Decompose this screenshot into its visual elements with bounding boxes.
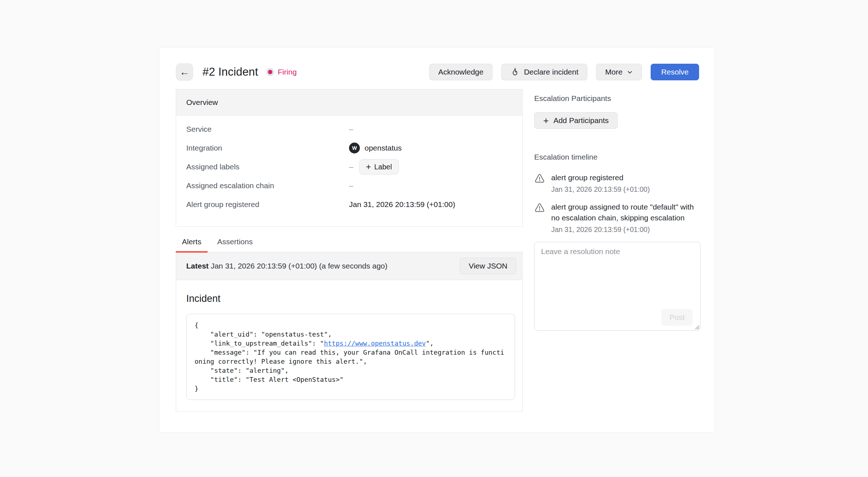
row-integration: Integration W openstatus — [176, 139, 522, 157]
integration-value[interactable]: W openstatus — [349, 143, 402, 153]
incident-section: Incident { "alert_uid": "openstatus-test… — [176, 280, 522, 411]
back-arrow-icon: ← — [180, 67, 190, 78]
overview-rows: Service – Integration W openstatus Assig… — [176, 115, 522, 226]
status-badge: Firing — [266, 68, 297, 76]
tab-assertions[interactable]: Assertions — [211, 237, 259, 252]
content: Overview Service – Integration W opensta… — [176, 89, 699, 412]
timeline-events: alert group registered Jan 31, 2026 20:1… — [534, 172, 701, 234]
alerts-card: Latest Jan 31, 2026 20:13:59 (+01:00) (a… — [176, 252, 523, 412]
row-assigned-labels: Assigned labels – + Label — [176, 157, 522, 176]
warning-triangle-icon — [534, 202, 545, 213]
latest-bar: Latest Jan 31, 2026 20:13:59 (+01:00) (a… — [176, 252, 522, 280]
plus-icon: + — [543, 116, 549, 125]
more-button[interactable]: More — [596, 64, 642, 80]
chevron-down-icon — [627, 69, 633, 75]
view-json-button[interactable]: View JSON — [460, 258, 516, 274]
overview-header: Overview — [176, 89, 522, 115]
add-label-button[interactable]: + Label — [359, 159, 399, 174]
row-escalation-chain: Assigned escalation chain – — [176, 176, 522, 195]
tab-alerts[interactable]: Alerts — [176, 237, 208, 252]
acknowledge-button[interactable]: Acknowledge — [429, 64, 493, 80]
event-body: alert group assigned to route "default" … — [551, 202, 695, 234]
latest-alert-time: Latest Jan 31, 2026 20:13:59 (+01:00) (a… — [186, 262, 387, 270]
page-title: #2 Incident — [203, 66, 258, 79]
declare-incident-button[interactable]: Declare incident — [501, 64, 588, 80]
incident-title: Incident — [186, 293, 515, 304]
row-alert-registered: Alert group registered Jan 31, 2026 20:1… — [176, 195, 522, 214]
timeline-event: alert group assigned to route "default" … — [534, 202, 701, 234]
post-button[interactable]: Post — [661, 309, 693, 326]
main-column: Overview Service – Integration W opensta… — [176, 89, 523, 412]
incident-panel: ← #2 Incident Firing Acknowledge Declare… — [159, 47, 715, 432]
upstream-link[interactable]: https://www.openstatus.dev — [324, 339, 426, 347]
participants-title: Escalation Participants — [534, 94, 701, 103]
row-service: Service – — [176, 120, 522, 139]
plus-icon: + — [366, 162, 371, 171]
timeline-event: alert group registered Jan 31, 2026 20:1… — [534, 172, 701, 194]
status-label: Firing — [278, 68, 297, 76]
registered-time-value: Jan 31, 2026 20:13:59 (+01:00) — [349, 200, 455, 209]
warning-triangle-icon — [534, 173, 545, 184]
tabs: Alerts Assertions — [176, 237, 523, 252]
link-line: "link_to_upstream_details": "https://www… — [195, 339, 507, 348]
resolution-note: Post — [534, 242, 701, 331]
timeline-title: Escalation timeline — [534, 153, 701, 161]
event-body: alert group registered Jan 31, 2026 20:1… — [551, 172, 650, 194]
webhook-integration-icon: W — [349, 143, 360, 153]
firing-dot-icon — [266, 68, 274, 76]
alert-json-payload: { "alert_uid": "openstatus-test", "link_… — [186, 314, 515, 400]
add-participants-button[interactable]: + Add Participants — [534, 112, 618, 129]
service-value: – — [349, 125, 353, 134]
header-actions: Acknowledge Declare incident More — [429, 64, 699, 80]
escalation-sidebar: Escalation Participants + Add Participan… — [534, 89, 701, 412]
header: ← #2 Incident Firing Acknowledge Declare… — [176, 63, 699, 81]
back-button[interactable]: ← — [176, 63, 193, 81]
escalation-chain-value: – — [349, 181, 353, 190]
resolve-button[interactable]: Resolve — [651, 64, 699, 80]
page: { "icons": { "back": "←", "plus": "+", "… — [0, 0, 868, 477]
overview-card: Overview Service – Integration W opensta… — [176, 89, 523, 227]
resize-handle-icon[interactable] — [694, 324, 699, 330]
fire-icon — [510, 67, 520, 77]
